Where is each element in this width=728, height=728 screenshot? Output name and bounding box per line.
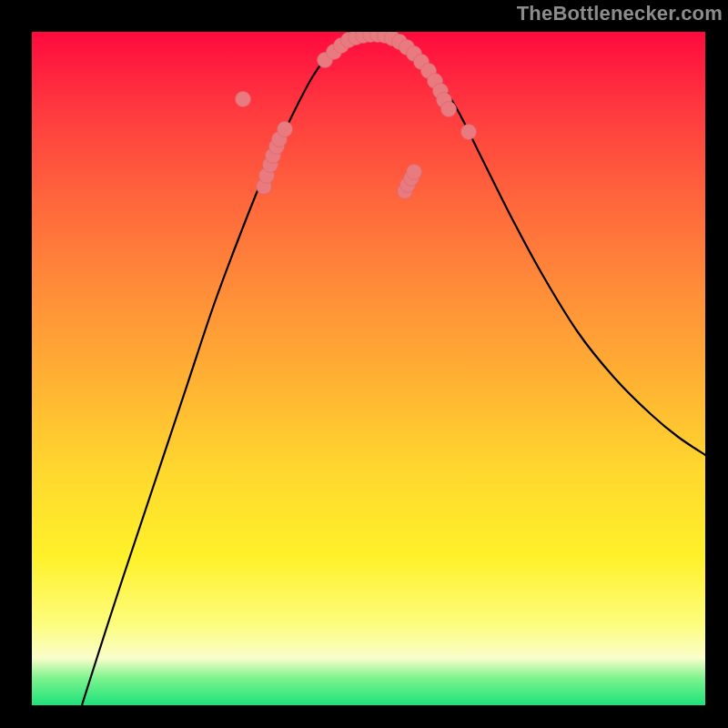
- bottleneck-curve: [82, 34, 705, 705]
- plot-area: [32, 32, 705, 705]
- chart-outer-frame: TheBottlenecker.com: [0, 0, 728, 728]
- data-marker: [236, 92, 251, 107]
- data-marker: [461, 125, 477, 140]
- data-marker: [407, 165, 422, 180]
- attribution-text: TheBottlenecker.com: [517, 2, 723, 25]
- data-marker: [278, 122, 293, 137]
- data-marker: [441, 102, 457, 117]
- chart-svg: [32, 32, 705, 705]
